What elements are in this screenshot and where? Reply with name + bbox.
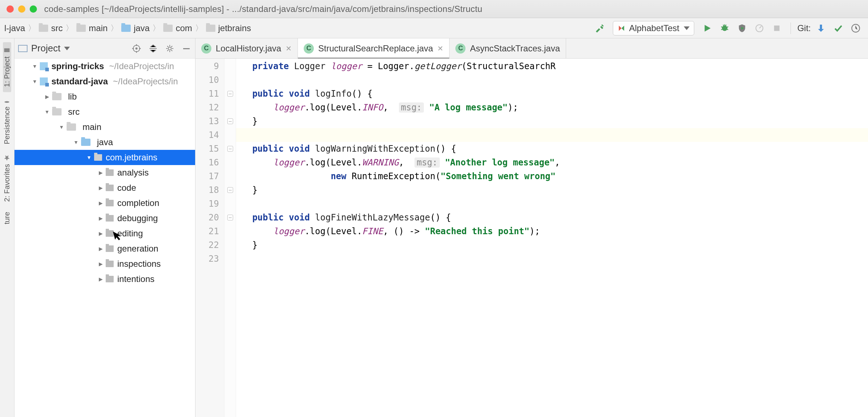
- line-number[interactable]: 15: [195, 142, 224, 156]
- chevron-right-icon[interactable]: ▶: [97, 185, 104, 191]
- code-line[interactable]: logger.log(Level.INFO, msg: "A log messa…: [236, 101, 868, 114]
- git-update-button[interactable]: [814, 21, 828, 35]
- code-line[interactable]: [236, 128, 868, 142]
- close-tab-button[interactable]: ✕: [437, 44, 443, 53]
- build-button[interactable]: [593, 21, 607, 35]
- code-line[interactable]: [236, 197, 868, 211]
- tree-row[interactable]: ▶editing: [14, 226, 195, 241]
- chevron-down-icon[interactable]: ▼: [31, 63, 38, 69]
- chevron-down-icon[interactable]: ▼: [31, 79, 38, 84]
- git-commit-button[interactable]: [831, 21, 846, 35]
- editor-tab[interactable]: CLocalHistory.java✕: [195, 38, 298, 58]
- editor-tab[interactable]: CStructuralSearchReplace.java✕: [298, 38, 450, 58]
- select-opened-file-button[interactable]: [131, 43, 142, 54]
- chevron-right-icon[interactable]: ▶: [97, 261, 104, 267]
- breadcrumb-java[interactable]: java: [119, 23, 152, 33]
- project-view-label[interactable]: Project: [31, 43, 60, 54]
- tree-row[interactable]: ▶completion: [14, 195, 195, 211]
- line-number[interactable]: 11: [195, 87, 224, 101]
- tree-row[interactable]: ▶analysis: [14, 165, 195, 180]
- chevron-down-icon[interactable]: ▼: [85, 155, 93, 160]
- line-number[interactable]: 9: [195, 59, 224, 73]
- debug-button[interactable]: [717, 21, 732, 35]
- fold-toggle[interactable]: [227, 187, 233, 193]
- code-line[interactable]: new RuntimeException("Something went wro…: [236, 169, 868, 183]
- line-number[interactable]: 16: [195, 156, 224, 169]
- minimize-window-button[interactable]: [18, 5, 25, 13]
- line-number[interactable]: 12: [195, 101, 224, 114]
- code-line[interactable]: [236, 252, 868, 266]
- profile-button[interactable]: [752, 21, 767, 35]
- line-number[interactable]: 18: [195, 183, 224, 197]
- tree-row[interactable]: ▼com.jetbrains: [14, 150, 195, 165]
- breadcrumb-com[interactable]: com: [161, 23, 194, 33]
- code-line[interactable]: }: [236, 238, 868, 252]
- chevron-down-icon[interactable]: [64, 47, 70, 50]
- line-number[interactable]: 10: [195, 73, 224, 87]
- tool-tab-structure[interactable]: ture: [3, 207, 11, 229]
- fold-toggle[interactable]: [227, 146, 233, 152]
- tree-row[interactable]: ▶lib: [14, 89, 195, 104]
- tree-row[interactable]: ▼src: [14, 104, 195, 119]
- line-number[interactable]: 22: [195, 238, 224, 252]
- fold-toggle[interactable]: [227, 118, 233, 124]
- breadcrumb-jetbrains[interactable]: jetbrains: [204, 23, 253, 33]
- expand-all-button[interactable]: [148, 43, 158, 54]
- chevron-down-icon[interactable]: ▼: [43, 109, 51, 115]
- chevron-right-icon[interactable]: ▶: [97, 246, 104, 252]
- tree-row[interactable]: ▶intentions: [14, 271, 195, 287]
- line-number[interactable]: 21: [195, 224, 224, 238]
- tree-row[interactable]: ▶debugging: [14, 211, 195, 226]
- maximize-window-button[interactable]: [30, 5, 37, 13]
- close-tab-button[interactable]: ✕: [286, 44, 292, 53]
- tool-tab-project[interactable]: 1: Project: [3, 42, 11, 92]
- code-line[interactable]: }: [236, 183, 868, 197]
- project-tree[interactable]: ▼spring-tricks~/IdeaProjects/in▼standard…: [14, 59, 195, 417]
- tree-row[interactable]: ▶inspections: [14, 256, 195, 271]
- chevron-right-icon[interactable]: ▶: [97, 170, 104, 176]
- run-configuration-selector[interactable]: AlphabetTest: [613, 21, 694, 35]
- chevron-right-icon[interactable]: ▶: [97, 231, 104, 236]
- chevron-right-icon[interactable]: ▶: [43, 94, 51, 100]
- breadcrumb-module[interactable]: l-java: [2, 23, 27, 33]
- code-line[interactable]: logger.log(Level.FINE, () -> "Reached th…: [236, 224, 868, 238]
- tool-tab-persistence[interactable]: Persistence: [3, 92, 11, 149]
- tree-row[interactable]: ▼standard-java~/IdeaProjects/in: [14, 74, 195, 89]
- line-number[interactable]: 14: [195, 128, 224, 142]
- tree-row[interactable]: ▼spring-tricks~/IdeaProjects/in: [14, 59, 195, 74]
- code-line[interactable]: logger.log(Level.WARNING, msg: "Another …: [236, 156, 868, 169]
- breadcrumb-main[interactable]: main: [74, 23, 110, 33]
- code-line[interactable]: }: [236, 114, 868, 128]
- chevron-right-icon[interactable]: ▶: [97, 215, 104, 221]
- code-line[interactable]: public void logFineWithLazyMessage() {: [236, 211, 868, 224]
- code-line[interactable]: public void logInfo() {: [236, 87, 868, 101]
- fold-toggle[interactable]: [227, 91, 233, 97]
- chevron-right-icon[interactable]: ▶: [97, 200, 104, 206]
- tree-row[interactable]: ▶generation: [14, 241, 195, 256]
- run-button[interactable]: [700, 21, 715, 35]
- tree-row[interactable]: ▼java: [14, 135, 195, 150]
- line-number[interactable]: 17: [195, 169, 224, 183]
- chevron-right-icon[interactable]: ▶: [97, 276, 104, 282]
- tool-tab-favorites[interactable]: 2: Favorites: [3, 149, 11, 207]
- line-number[interactable]: 20: [195, 211, 224, 224]
- hide-button[interactable]: [181, 43, 191, 54]
- line-number[interactable]: 13: [195, 114, 224, 128]
- settings-button[interactable]: [165, 43, 175, 54]
- breadcrumb-src[interactable]: src: [37, 23, 65, 33]
- code-line[interactable]: public void logWarningWithException() {: [236, 142, 868, 156]
- git-history-button[interactable]: [848, 21, 863, 35]
- line-number[interactable]: 23: [195, 252, 224, 266]
- coverage-button[interactable]: [735, 21, 749, 35]
- line-number[interactable]: 19: [195, 197, 224, 211]
- code-line[interactable]: [236, 73, 868, 87]
- fold-toggle[interactable]: [227, 215, 233, 220]
- chevron-down-icon[interactable]: ▼: [72, 139, 80, 145]
- code-line[interactable]: private Logger logger = Logger.getLogger…: [236, 59, 868, 73]
- close-window-button[interactable]: [7, 5, 14, 13]
- tree-row[interactable]: ▶code: [14, 180, 195, 195]
- stop-button[interactable]: [770, 21, 784, 35]
- tree-row[interactable]: ▼main: [14, 119, 195, 135]
- editor-tab[interactable]: CAsyncStackTraces.java: [450, 38, 566, 58]
- code-area[interactable]: private Logger logger = Logger.getLogger…: [236, 59, 868, 417]
